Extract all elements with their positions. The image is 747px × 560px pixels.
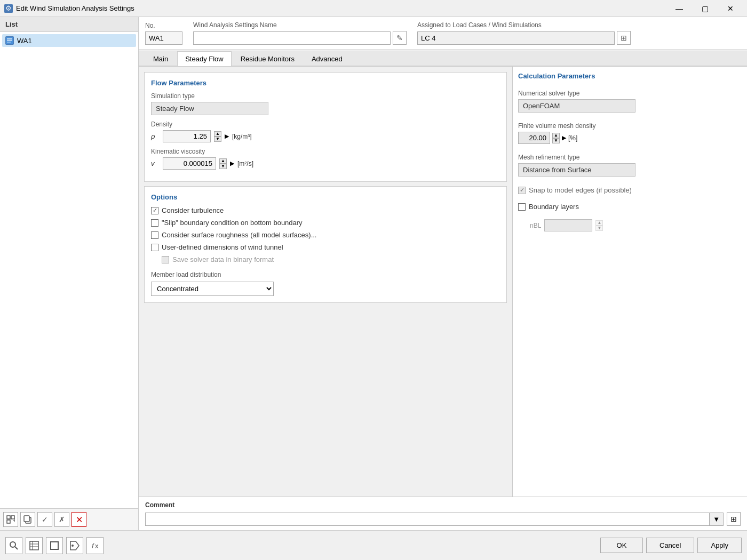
tag-tool-button[interactable] <box>66 537 83 554</box>
comment-dropdown-btn[interactable]: ▼ <box>709 513 723 525</box>
mesh-density-row: Finite volume mesh density ▲ ▼ ▶ [%] <box>518 122 742 144</box>
no-label: No. <box>145 22 182 29</box>
close-button[interactable]: ✕ <box>718 1 743 16</box>
lc-field: Assigned to Load Cases / Wind Simulation… <box>417 21 631 45</box>
svg-rect-11 <box>24 516 29 522</box>
tab-steady-flow[interactable]: Steady Flow <box>177 51 232 66</box>
right-panel: No. Wind Analysis Settings Name ✎ Assign… <box>139 17 747 530</box>
options-title: Options <box>151 193 500 201</box>
function-tool-button[interactable]: f x <box>86 537 104 554</box>
user-dimensions-label[interactable]: User-defined dimensions of wind tunnel <box>162 243 283 251</box>
check-button[interactable]: ✓ <box>37 512 52 527</box>
sidebar-list: WA1 <box>0 32 138 508</box>
tab-main[interactable]: Main <box>145 51 176 66</box>
apply-button[interactable]: Apply <box>697 538 742 553</box>
calc-params-title: Calculation Parameters <box>518 72 742 80</box>
save-solver-label: Save solver data in binary format <box>172 255 274 263</box>
slip-boundary-label[interactable]: "Slip" boundary condition on bottom boun… <box>162 219 303 227</box>
app-icon: ⚙ <box>4 4 13 13</box>
svg-rect-4 <box>7 40 12 41</box>
left-content: Flow Parameters Simulation type Steady F… <box>139 67 512 497</box>
solver-type-label: Numerical solver type <box>518 90 742 97</box>
name-edit-button[interactable]: ✎ <box>393 31 407 45</box>
mesh-density-input[interactable] <box>518 132 550 144</box>
lc-edit-button[interactable]: ⊞ <box>617 31 631 45</box>
nbl-row: nBL ▲ ▼ <box>518 219 742 231</box>
member-load-select[interactable]: Concentrated Uniform Trapezoidal <box>151 282 274 296</box>
density-unit: [kg/m³] <box>232 133 252 140</box>
svg-line-13 <box>15 547 18 549</box>
mesh-refinement-label: Mesh refinement type <box>518 154 742 161</box>
cancel-button[interactable]: Cancel <box>646 538 694 553</box>
add-item-button[interactable]: + <box>3 512 18 527</box>
surface-roughness-row: Consider surface roughness (all model su… <box>151 231 500 239</box>
boundary-layers-label[interactable]: Boundary layers <box>529 203 579 211</box>
nbl-spinner: ▲ ▼ <box>595 220 603 231</box>
tab-residue-monitors[interactable]: Residue Monitors <box>233 51 303 66</box>
svg-text:+: + <box>13 516 15 524</box>
lc-input[interactable] <box>417 31 615 45</box>
window-title: Edit Wind Simulation Analysis Settings <box>16 4 134 12</box>
sim-type-label: Simulation type <box>151 92 500 100</box>
density-label: Density <box>151 121 500 128</box>
copy-item-button[interactable] <box>20 512 35 527</box>
member-load-container: Member load distribution Concentrated Un… <box>151 271 500 296</box>
minimize-button[interactable]: — <box>667 1 692 16</box>
bottom-actions: OK Cancel Apply <box>600 538 742 553</box>
viscosity-spinner[interactable]: ▲ ▼ <box>219 158 227 169</box>
viscosity-input[interactable] <box>163 157 216 170</box>
sim-type-value: Steady Flow <box>151 102 268 115</box>
flow-params-title: Flow Parameters <box>151 79 500 87</box>
viscosity-down-btn[interactable]: ▼ <box>219 164 227 169</box>
density-arrow: ▶ <box>225 133 229 140</box>
slip-boundary-checkbox[interactable] <box>151 219 158 227</box>
table-tool-button[interactable] <box>26 537 43 554</box>
density-down-btn[interactable]: ▼ <box>214 137 221 142</box>
title-bar-controls: — ▢ ✕ <box>667 1 743 16</box>
user-dimensions-row: User-defined dimensions of wind tunnel <box>151 243 500 251</box>
svg-rect-18 <box>51 542 58 549</box>
nbl-down: ▼ <box>595 226 603 231</box>
uncheck-button[interactable]: ✗ <box>54 512 69 527</box>
density-input[interactable] <box>163 130 211 142</box>
viscosity-row: Kinematic viscosity v ▲ ▼ ▶ [m²/s] <box>151 148 500 170</box>
tab-advanced[interactable]: Advanced <box>304 51 351 66</box>
box-tool-button[interactable] <box>46 537 63 554</box>
search-tool-button[interactable] <box>5 537 22 554</box>
save-solver-checkbox <box>162 256 169 263</box>
viscosity-up-btn[interactable]: ▲ <box>219 158 227 164</box>
name-input[interactable] <box>193 31 391 45</box>
svg-point-12 <box>10 542 15 547</box>
viscosity-label: Kinematic viscosity <box>151 148 500 155</box>
comment-input[interactable] <box>146 513 709 525</box>
mesh-density-spinner[interactable]: ▲ ▼ <box>552 133 560 143</box>
ok-button[interactable]: OK <box>600 538 643 553</box>
turbulence-label[interactable]: Consider turbulence <box>162 206 224 214</box>
mesh-density-label: Finite volume mesh density <box>518 122 742 130</box>
density-up-btn[interactable]: ▲ <box>214 131 221 137</box>
turbulence-checkbox[interactable] <box>151 207 158 214</box>
mesh-refinement-value: Distance from Surface <box>518 163 635 177</box>
boundary-layers-checkbox[interactable] <box>518 203 526 211</box>
comment-copy-button[interactable]: ⊞ <box>727 512 741 526</box>
delete-item-button[interactable]: ✕ <box>71 512 86 527</box>
surface-roughness-checkbox[interactable] <box>151 231 158 239</box>
header-section: No. Wind Analysis Settings Name ✎ Assign… <box>139 17 747 50</box>
density-spinner[interactable]: ▲ ▼ <box>214 131 221 142</box>
no-input[interactable] <box>145 31 182 45</box>
user-dimensions-checkbox[interactable] <box>151 244 158 251</box>
viscosity-arrow: ▶ <box>230 160 234 167</box>
snap-edges-row: Snap to model edges (if possible) <box>518 186 742 194</box>
mesh-density-up[interactable]: ▲ <box>552 133 560 138</box>
solver-type-row: Numerical solver type OpenFOAM <box>518 90 742 113</box>
mesh-density-down[interactable]: ▼ <box>552 138 560 143</box>
solver-type-value: OpenFOAM <box>518 99 635 113</box>
sidebar-item-wa1[interactable]: WA1 <box>2 34 136 47</box>
density-symbol: ρ <box>151 132 160 140</box>
mesh-density-unit: [%] <box>568 134 577 142</box>
title-bar: ⚙ Edit Wind Simulation Analysis Settings… <box>0 0 747 17</box>
mesh-refinement-row: Mesh refinement type Distance from Surfa… <box>518 154 742 177</box>
maximize-button[interactable]: ▢ <box>693 1 717 16</box>
lc-label: Assigned to Load Cases / Wind Simulation… <box>417 21 631 29</box>
surface-roughness-label[interactable]: Consider surface roughness (all model su… <box>162 231 316 239</box>
